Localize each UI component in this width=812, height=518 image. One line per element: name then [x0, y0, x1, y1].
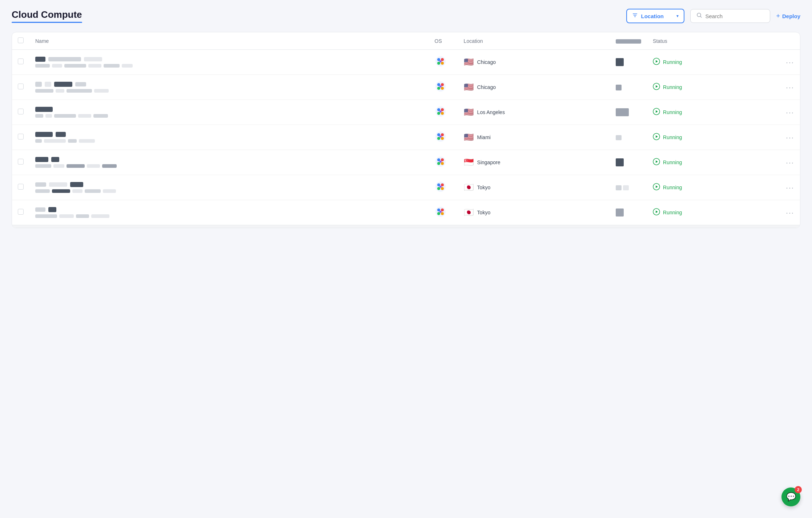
location-city: Tokyo	[477, 185, 491, 190]
row-actions-menu[interactable]: ···	[786, 108, 794, 116]
svg-point-16	[437, 87, 440, 90]
row-actions-cell[interactable]: ···	[780, 175, 800, 200]
row-checkbox-cell[interactable]	[12, 50, 29, 75]
select-all-checkbox[interactable]	[18, 37, 24, 43]
location-filter[interactable]: Location ▾	[626, 9, 684, 23]
row-checkbox-cell[interactable]	[12, 100, 29, 125]
row-status-cell: Running	[647, 125, 780, 150]
svg-point-18	[439, 85, 442, 88]
running-icon	[653, 158, 660, 167]
row-checkbox-cell[interactable]	[12, 150, 29, 175]
running-icon	[653, 208, 660, 217]
row-actions-menu[interactable]: ···	[786, 133, 794, 141]
spec-block	[616, 108, 629, 116]
instances-table-container: Name OS Location Status	[12, 32, 800, 228]
sub-block	[88, 64, 101, 68]
status-label: Running	[663, 185, 682, 190]
table-body: 🇺🇸 Chicago Running ···	[12, 50, 800, 225]
sub-block	[104, 64, 120, 68]
row-spec-cell	[610, 100, 647, 125]
row-checkbox-cell[interactable]	[12, 200, 29, 225]
table-row: 🇯🇵 Tokyo Running ···	[12, 175, 800, 200]
sub-block	[67, 89, 92, 93]
chat-button[interactable]: 💬 2	[781, 487, 800, 506]
sub-block	[103, 189, 116, 193]
name-block	[49, 182, 67, 187]
col-header-actions	[780, 32, 800, 50]
name-block	[84, 57, 102, 61]
table-header: Name OS Location Status	[12, 32, 800, 50]
scroll-bar-area[interactable]	[12, 225, 800, 228]
flag-sg: 🇸🇬	[464, 158, 474, 166]
row-actions-menu[interactable]: ···	[786, 183, 794, 191]
svg-point-42	[439, 161, 442, 163]
location-city: Singapore	[477, 159, 501, 165]
row-actions-cell[interactable]: ···	[780, 100, 800, 125]
sub-block	[78, 114, 91, 118]
row-actions-menu[interactable]: ···	[786, 158, 794, 166]
row-os-cell	[429, 175, 458, 200]
sub-block	[94, 89, 109, 93]
svg-point-22	[437, 108, 440, 111]
svg-point-14	[437, 83, 440, 86]
row-actions-cell[interactable]: ···	[780, 200, 800, 225]
row-checkbox[interactable]	[18, 84, 24, 89]
search-input[interactable]	[705, 13, 763, 19]
name-block	[35, 132, 53, 137]
sub-block	[52, 64, 62, 68]
svg-point-32	[437, 137, 440, 140]
deploy-plus-icon: +	[776, 12, 780, 20]
row-checkbox-cell[interactable]	[12, 125, 29, 150]
search-box[interactable]	[690, 9, 770, 23]
svg-point-8	[437, 62, 440, 65]
row-checkbox[interactable]	[18, 109, 24, 114]
sub-block	[35, 164, 51, 168]
chat-icon: 💬	[786, 492, 796, 502]
row-actions-menu[interactable]: ···	[786, 83, 794, 91]
name-block	[35, 57, 45, 62]
row-name-cell	[29, 200, 429, 225]
row-checkbox[interactable]	[18, 159, 24, 165]
header-controls: Location ▾ + Deploy	[626, 9, 800, 23]
svg-marker-44	[656, 160, 658, 163]
title-underline	[12, 22, 82, 23]
row-status-cell: Running	[647, 200, 780, 225]
row-location-cell: 🇺🇸 Miami	[458, 125, 610, 150]
svg-point-57	[441, 212, 444, 215]
sub-block	[87, 164, 100, 168]
row-checkbox[interactable]	[18, 209, 24, 215]
svg-point-25	[441, 112, 444, 115]
row-spec-cell	[610, 200, 647, 225]
sub-block	[59, 214, 74, 218]
status-label: Running	[663, 84, 682, 90]
row-actions-cell[interactable]: ···	[780, 150, 800, 175]
row-checkbox[interactable]	[18, 134, 24, 139]
svg-point-33	[441, 137, 444, 140]
svg-line-4	[700, 16, 702, 18]
row-actions-cell[interactable]: ···	[780, 125, 800, 150]
svg-point-9	[441, 62, 444, 65]
name-block	[35, 82, 42, 87]
name-block	[54, 82, 72, 87]
row-actions-cell[interactable]: ···	[780, 50, 800, 75]
row-checkbox[interactable]	[18, 184, 24, 190]
row-checkbox-cell[interactable]	[12, 175, 29, 200]
sub-block	[45, 114, 52, 118]
svg-marker-20	[656, 85, 658, 88]
row-actions-menu[interactable]: ···	[786, 58, 794, 66]
location-city: Chicago	[477, 59, 496, 65]
row-actions-menu[interactable]: ···	[786, 209, 794, 216]
table-row: 🇺🇸 Chicago Running ···	[12, 50, 800, 75]
table-row: 🇺🇸 Miami Running ···	[12, 125, 800, 150]
svg-point-38	[437, 158, 440, 161]
deploy-label: Deploy	[782, 13, 800, 19]
deploy-button[interactable]: + Deploy	[776, 12, 800, 20]
row-checkbox-cell[interactable]	[12, 75, 29, 100]
name-block	[51, 157, 59, 162]
running-icon	[653, 183, 660, 192]
svg-point-26	[439, 110, 442, 113]
sub-block	[56, 89, 64, 93]
spec-block	[616, 85, 622, 90]
row-checkbox[interactable]	[18, 58, 24, 64]
row-actions-cell[interactable]: ···	[780, 75, 800, 100]
